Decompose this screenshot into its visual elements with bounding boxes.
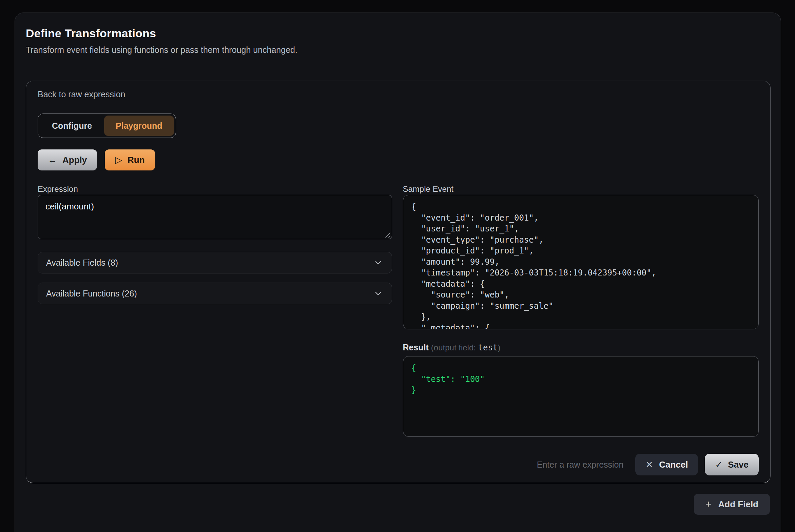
available-functions-accordion[interactable]: Available Functions (26) (38, 283, 392, 304)
tab-configure[interactable]: Configure (40, 116, 104, 136)
page-subtitle: Transform event fields using functions o… (26, 44, 770, 56)
play-icon: ▷ (115, 155, 122, 165)
back-to-raw-expression-link[interactable]: Back to raw expression (38, 89, 125, 100)
apply-button-label: Apply (62, 155, 87, 165)
apply-button[interactable]: ← Apply (38, 149, 97, 170)
editor-columns: Expression ceil(amount) Available Fields… (38, 183, 759, 437)
sample-event-json: { "event_id": "order_001", "user_id": "u… (403, 195, 759, 329)
cancel-button-label: Cancel (659, 459, 688, 470)
preview-column: Sample Event { "event_id": "order_001", … (403, 183, 759, 437)
run-button[interactable]: ▷ Run (105, 149, 155, 170)
sample-event-label: Sample Event (403, 183, 759, 195)
chevron-down-icon (374, 258, 383, 267)
tab-playground[interactable]: Playground (104, 116, 174, 136)
close-icon: ✕ (646, 460, 653, 469)
cancel-button[interactable]: ✕ Cancel (635, 454, 698, 475)
result-json: { "test": "100" } (403, 356, 759, 437)
available-functions-label: Available Functions (26) (46, 289, 137, 299)
panel-footer: Enter a raw expression ✕ Cancel ✓ Save (38, 454, 759, 475)
result-meta-open: (output field: (431, 343, 478, 352)
result-word: Result (403, 343, 429, 352)
add-field-row: + Add Field (26, 494, 770, 515)
expression-input[interactable]: ceil(amount) (38, 195, 392, 239)
chevron-down-icon (374, 289, 383, 298)
define-transformations-window: Define Transformations Transform event f… (15, 13, 781, 532)
check-icon: ✓ (715, 460, 722, 469)
run-button-label: Run (128, 155, 145, 165)
save-button-label: Save (728, 459, 748, 470)
add-field-button-label: Add Field (718, 499, 758, 510)
result-meta-close: ) (498, 343, 500, 352)
transformation-editor-panel: Back to raw expression Configure Playgro… (26, 81, 771, 483)
save-button[interactable]: ✓ Save (705, 454, 759, 475)
expression-label: Expression (38, 183, 392, 195)
arrow-left-icon: ← (48, 155, 57, 165)
page-title: Define Transformations (26, 26, 770, 41)
available-fields-label: Available Fields (8) (46, 258, 118, 268)
expression-textarea-wrap: ceil(amount) (38, 195, 392, 239)
mode-tabs: Configure Playground (38, 114, 176, 138)
plus-icon: + (705, 499, 711, 509)
result-label: Result (output field: test) (403, 342, 759, 353)
available-fields-accordion[interactable]: Available Fields (8) (38, 252, 392, 273)
raw-expression-hint: Enter a raw expression (537, 460, 624, 470)
add-field-button[interactable]: + Add Field (694, 494, 770, 515)
action-row: ← Apply ▷ Run (38, 149, 759, 170)
result-output-field: test (478, 343, 498, 353)
expression-column: Expression ceil(amount) Available Fields… (38, 183, 392, 437)
